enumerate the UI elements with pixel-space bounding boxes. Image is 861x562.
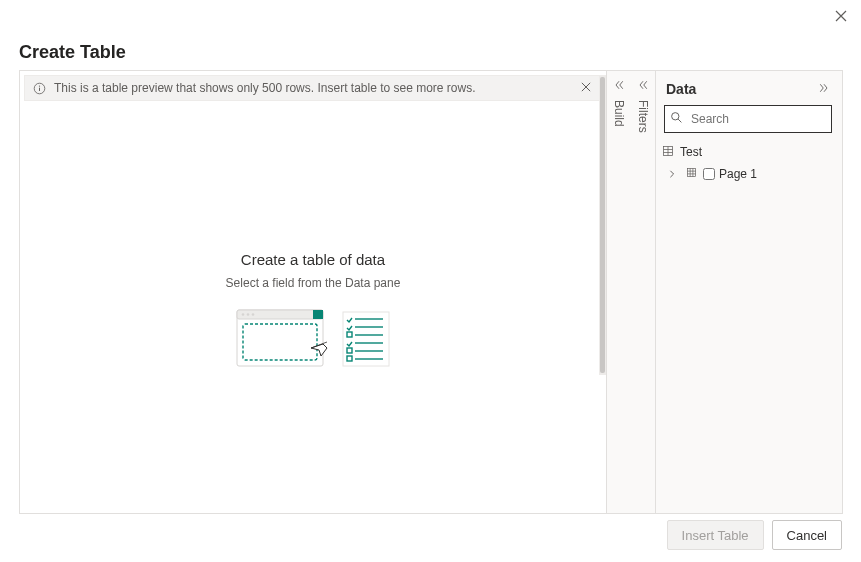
svg-point-6: [242, 313, 245, 316]
close-icon: [581, 82, 591, 92]
dialog-title: Create Table: [19, 42, 126, 63]
filters-pane-label: Filters: [636, 100, 650, 133]
hierarchy-icon: [686, 167, 697, 181]
dialog-close-button[interactable]: [831, 6, 851, 26]
svg-rect-4: [237, 310, 323, 319]
chevron-left-double-icon: [637, 79, 649, 94]
chevron-left-double-icon: [613, 79, 625, 94]
data-pane: Data Test: [656, 71, 842, 513]
build-pane-tab[interactable]: Build: [607, 71, 631, 513]
chevron-right-icon[interactable]: [668, 169, 682, 180]
preview-area: This is a table preview that shows only …: [20, 71, 607, 513]
field-label: Page 1: [719, 167, 757, 181]
table-node[interactable]: Test: [662, 141, 834, 163]
field-tree: Test Page 1: [662, 141, 834, 185]
table-icon: [662, 145, 674, 160]
cancel-button[interactable]: Cancel: [772, 520, 842, 550]
svg-point-1: [39, 85, 40, 86]
empty-state-illustration: [233, 306, 393, 373]
field-node[interactable]: Page 1: [662, 163, 834, 185]
collapse-pane-button[interactable]: [818, 82, 830, 97]
close-icon: [835, 10, 847, 22]
info-close-button[interactable]: [579, 79, 593, 97]
dialog-footer: Insert Table Cancel: [667, 520, 842, 550]
svg-point-7: [247, 313, 250, 316]
filters-pane-tab[interactable]: Filters: [631, 71, 655, 513]
chevron-right-double-icon: [818, 82, 830, 94]
insert-table-button[interactable]: Insert Table: [667, 520, 764, 550]
info-icon: [33, 82, 46, 95]
empty-state-subtitle: Select a field from the Data pane: [20, 276, 606, 290]
info-message: This is a table preview that shows only …: [54, 81, 476, 95]
info-bar: This is a table preview that shows only …: [24, 75, 602, 101]
dialog-body: This is a table preview that shows only …: [19, 70, 843, 514]
field-checkbox[interactable]: [703, 168, 715, 180]
svg-point-8: [252, 313, 255, 316]
svg-rect-28: [687, 168, 695, 176]
data-pane-title: Data: [666, 81, 696, 97]
empty-state: Create a table of data Select a field fr…: [20, 251, 606, 373]
svg-rect-2: [39, 87, 40, 90]
data-pane-header: Data: [662, 79, 834, 105]
empty-state-title: Create a table of data: [20, 251, 606, 268]
collapsed-panes: Build Filters: [607, 71, 656, 513]
svg-line-23: [678, 119, 681, 122]
svg-rect-9: [313, 310, 323, 319]
table-name: Test: [680, 145, 702, 159]
search-icon: [670, 111, 683, 127]
build-pane-label: Build: [612, 100, 626, 127]
search-box: [664, 105, 832, 133]
search-input[interactable]: [664, 105, 832, 133]
svg-point-22: [672, 113, 679, 120]
